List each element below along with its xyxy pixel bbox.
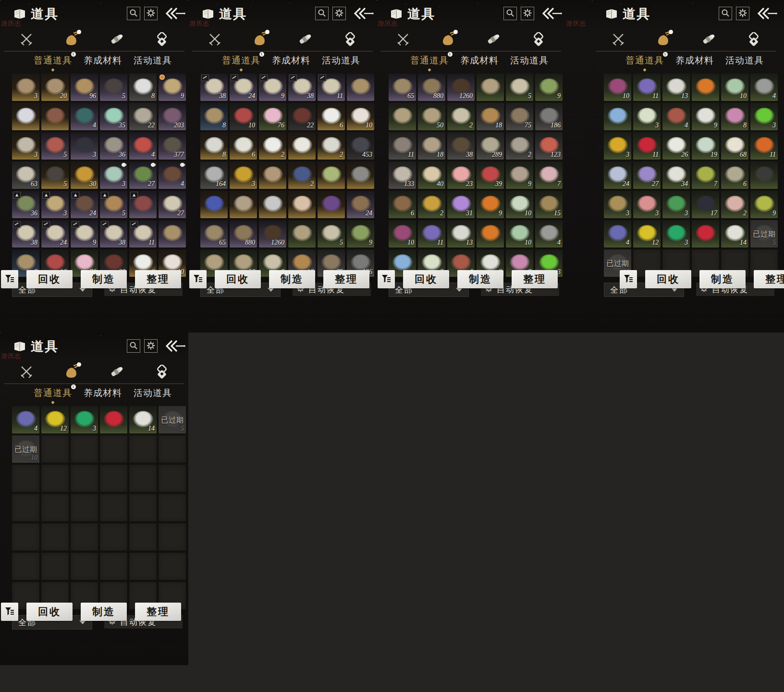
item-cell-iron-arrows[interactable]: 453 — [347, 132, 374, 160]
tab-marker[interactable] — [139, 365, 184, 381]
item-cell-jade-stone[interactable]: 10 — [721, 74, 748, 101]
item-cell-red-roses[interactable] — [100, 406, 127, 433]
item-cell-trinket-box[interactable]: 203 — [159, 103, 186, 130]
tab-items-bag[interactable] — [641, 32, 686, 49]
item-cell-root-plant[interactable]: 6 — [721, 161, 748, 189]
subtab-normal-items[interactable]: 普通道具 1 — [222, 54, 260, 67]
tab-scrolls[interactable] — [471, 32, 516, 48]
sort-button[interactable]: 整理 — [135, 603, 181, 621]
subtab-growth-materials[interactable]: 养成材料 — [675, 54, 714, 67]
item-cell-red-scroll[interactable]: 5 — [41, 132, 69, 160]
filter-button[interactable] — [189, 270, 207, 288]
item-cell-green-dumplings[interactable]: 27 — [129, 161, 157, 189]
item-cell-dark-firewood[interactable]: 1260 — [259, 220, 286, 247]
item-cell-rice-bowl[interactable]: 63 — [12, 161, 39, 189]
craft-button[interactable]: 制造 — [81, 603, 127, 621]
filter-button[interactable] — [620, 270, 637, 288]
item-cell-silver-nugget[interactable] — [259, 191, 286, 218]
back-chevron-icon[interactable] — [164, 7, 185, 20]
item-cell-meat-platter[interactable]: ▲ — [129, 191, 157, 218]
item-cell-birch-logs[interactable]: 5 — [506, 74, 533, 101]
subtab-event-items[interactable]: 活动道具 — [510, 54, 549, 67]
back-chevron-icon[interactable] — [353, 7, 374, 20]
item-cell-recipe-paper[interactable]: 38 — [12, 220, 39, 247]
item-cell-recipe-paper[interactable]: 38 — [100, 220, 127, 247]
tab-scrolls[interactable] — [686, 32, 731, 48]
item-cell-white-gourd[interactable]: 3 — [633, 103, 661, 130]
item-cell-yellow-sprig[interactable]: 12 — [633, 220, 661, 247]
item-cell-cherry-blossoms[interactable]: 76 — [259, 103, 286, 130]
item-cell-dark-cabinet[interactable]: 5 — [100, 74, 127, 101]
item-cell-dry-twigs[interactable]: 3 — [604, 191, 631, 218]
tab-marker[interactable] — [139, 32, 184, 48]
item-cell-black-scroll[interactable]: 3 — [71, 132, 98, 160]
item-cell-jade-scroll[interactable]: 3 — [71, 406, 98, 433]
item-cell-fried-chicken[interactable]: ▲5 — [100, 191, 127, 218]
item-cell-orange-floret[interactable] — [692, 74, 719, 101]
tab-weapons[interactable] — [4, 33, 49, 48]
item-cell-expired-item[interactable]: 已过期5 — [159, 406, 186, 433]
search-button[interactable] — [719, 7, 732, 20]
search-button[interactable] — [127, 339, 140, 353]
item-cell-horn[interactable] — [347, 74, 374, 101]
item-cell-river-fish[interactable]: 6 — [389, 191, 416, 218]
item-cell-bird-eggs[interactable]: 40 — [418, 161, 445, 189]
back-chevron-icon[interactable] — [756, 7, 777, 20]
settings-button[interactable] — [521, 7, 534, 20]
subtab-normal-items[interactable]: 普通道具 1 — [625, 54, 664, 67]
item-cell-jade-stone[interactable]: 10 — [506, 220, 533, 247]
item-cell-amber-gem[interactable]: 9 — [477, 191, 504, 218]
item-cell-red-roses[interactable] — [692, 220, 719, 247]
sort-button[interactable]: 整理 — [512, 270, 558, 288]
item-cell-purple-tulips[interactable]: 10 — [389, 220, 416, 247]
item-cell-banknote-stacks[interactable]: 35 — [100, 103, 127, 130]
item-cell-teal-box[interactable]: 4 — [71, 103, 98, 130]
item-cell-recipe-paper[interactable]: 24 — [230, 74, 257, 101]
recycle-button[interactable]: 回收 — [403, 270, 449, 288]
item-cell-lavender[interactable]: 11 — [633, 74, 661, 101]
item-cell-recipe-paper[interactable]: 9 — [71, 220, 98, 247]
item-cell-white-pompom[interactable]: 34 — [662, 161, 690, 189]
item-cell-purple-tulips[interactable]: 10 — [604, 74, 631, 101]
item-cell-wood-plank[interactable]: 24 — [347, 191, 374, 218]
back-chevron-icon[interactable] — [541, 7, 562, 20]
item-cell-log-pile[interactable] — [288, 220, 316, 247]
item-cell-horn[interactable] — [159, 220, 186, 247]
item-cell-blue-beetle[interactable]: 2 — [288, 161, 316, 189]
settings-button[interactable] — [144, 339, 158, 353]
subtab-event-items[interactable]: 活动道具 — [134, 54, 172, 67]
item-cell-gear-wheel[interactable]: 65 — [200, 220, 228, 247]
item-cell-white-lily[interactable]: 26 — [662, 132, 690, 160]
item-cell-hairpin[interactable]: 3 — [12, 132, 39, 160]
item-cell-grain-sack[interactable]: 289 — [477, 132, 504, 160]
item-cell-pork-meat[interactable]: 23 — [447, 161, 475, 189]
item-cell-animal-hide[interactable]: 9 — [506, 161, 533, 189]
subtab-growth-materials[interactable]: 养成材料 — [272, 54, 310, 67]
item-cell-golden-bee[interactable]: 3 — [230, 161, 257, 189]
item-cell-gear-wheel[interactable]: 65 — [389, 74, 416, 101]
item-cell-dry-branch[interactable] — [230, 191, 257, 218]
filter-button[interactable] — [378, 270, 395, 288]
item-cell-stew-pot[interactable]: ▲24 — [71, 191, 98, 218]
item-cell-white-herb[interactable]: 10 — [506, 191, 533, 218]
item-cell-recipe-paper[interactable]: 9 — [259, 74, 286, 101]
item-cell-recipe-paper[interactable]: 11 — [129, 220, 157, 247]
item-cell-feather[interactable]: 11 — [389, 132, 416, 160]
filter-button[interactable] — [1, 270, 18, 288]
item-cell-iron-kettle[interactable]: 5 — [41, 161, 69, 189]
item-cell-ore-chunk[interactable] — [347, 161, 374, 189]
item-cell-frost-flowers[interactable]: 24 — [604, 161, 631, 189]
recycle-button[interactable]: 回收 — [26, 270, 73, 288]
item-cell-red-berries[interactable]: 123 — [535, 132, 563, 160]
item-cell-white-mushroom[interactable]: 14 — [129, 406, 157, 433]
item-cell-wooden-crate[interactable]: 20 — [41, 74, 69, 101]
subtab-growth-materials[interactable]: 养成材料 — [460, 54, 499, 67]
item-cell-expired-item[interactable]: 已过期10 — [12, 435, 39, 463]
craft-button[interactable]: 制造 — [81, 270, 127, 288]
filter-button[interactable] — [1, 603, 18, 621]
item-cell-dark-logs[interactable]: 75 — [506, 103, 533, 130]
item-cell-white-flowers[interactable]: 9 — [692, 103, 719, 130]
item-cell-recipe-paper[interactable]: 38 — [200, 74, 228, 101]
sort-button[interactable]: 整理 — [754, 270, 784, 288]
item-cell-mushroom-cluster[interactable]: 133 — [389, 161, 416, 189]
